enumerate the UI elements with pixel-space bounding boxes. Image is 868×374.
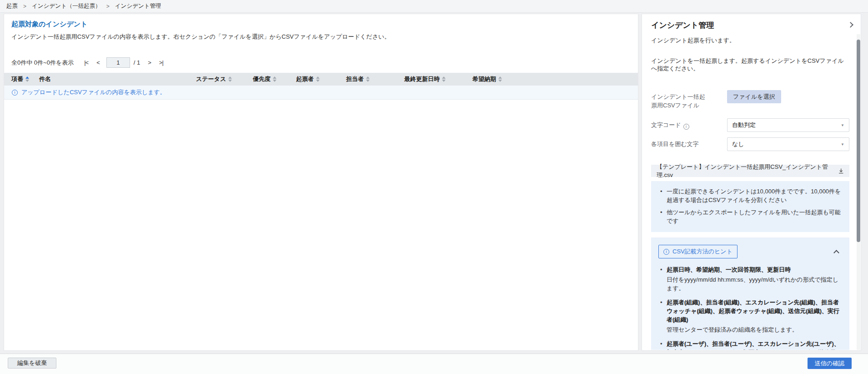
charset-select[interactable]: 自動判定 ▼ [727, 118, 849, 132]
sort-arrows-icon [25, 76, 29, 82]
breadcrumb-item-current: インシデント管理 [115, 2, 161, 10]
csv-hint-toggle[interactable]: CSV記載方法のヒント [658, 245, 738, 258]
csv-file-field: インシデント一括起票用CSVファイル ファイルを選択 [651, 90, 849, 110]
chevron-down-icon: ▼ [841, 142, 844, 147]
csv-hint-header: CSV記載方法のヒント [658, 245, 842, 258]
column-header-updated[interactable]: 最終更新日時 [404, 75, 472, 83]
panel-subtitle: インシデント起票を行います。 [651, 36, 849, 45]
column-header-reporter[interactable]: 起票者 [296, 75, 346, 83]
file-select-button[interactable]: ファイルを選択 [727, 90, 781, 103]
info-circle-icon [12, 90, 18, 96]
chevron-down-icon: ▼ [841, 123, 844, 127]
breadcrumb-separator: > [106, 3, 110, 10]
hint-item: 起票日時、希望納期、一次回答期限、更新日時 日付をyyyy/mm/dd hh:m… [658, 265, 842, 293]
column-label: 最終更新日時 [404, 75, 440, 83]
pagination-summary: 全0件中 0件~0件を表示 [11, 59, 74, 67]
chevron-up-icon[interactable] [833, 250, 839, 256]
sort-arrows-icon [273, 76, 276, 82]
csv-hint-section: CSV記載方法のヒント 起票日時、希望納期、一次回答期限、更新日時 日付をyyy… [651, 238, 849, 350]
info-circle-icon [663, 249, 669, 255]
quote-char-selected-value: なし [732, 140, 744, 148]
panel-scrollbar-thumb[interactable] [857, 40, 860, 242]
csv-file-label: インシデント一括起票用CSVファイル [651, 90, 727, 110]
sort-arrows-icon [442, 76, 446, 82]
quote-char-label: 各項目を囲む文字 [651, 137, 727, 148]
page-number-input[interactable] [106, 57, 130, 68]
column-label: 担当者 [346, 75, 364, 83]
sort-arrows-icon [316, 76, 320, 82]
hint-item: 起票者(組織)、担当者(組織)、エスカレーション先(組織)、担当者ウォッチャ(組… [658, 298, 842, 334]
total-pages-label: / 1 [134, 59, 140, 66]
charset-selected-value: 自動判定 [732, 121, 756, 129]
panel-header: インシデント管理 [642, 14, 861, 30]
template-file-name: 【テンプレート】インシデント一括起票用CSV_インシデント管理.csv [657, 163, 838, 179]
confirm-send-button[interactable]: 送信の確認 [808, 358, 852, 369]
column-label: ステータス [196, 75, 226, 83]
empty-message-text: アップロードしたCSVファイルの内容を表示します。 [21, 88, 166, 96]
incident-list-section: 起票対象のインシデント インシデント一括起票用CSVファイルの内容を表示します。… [4, 14, 638, 351]
download-icon[interactable] [838, 168, 844, 174]
column-header-index[interactable]: 項番 [4, 75, 39, 83]
note-item: 他ツールからエクスポートしたファイルを用いた一括起票も可能です [658, 208, 842, 225]
charset-field: 文字コード 自動判定 ▼ [651, 118, 849, 132]
quote-char-select[interactable]: なし ▼ [727, 137, 849, 151]
last-page-button[interactable]: >| [155, 59, 167, 66]
section-description: インシデント一括起票用CSVファイルの内容を表示します。右セクションの「ファイル… [4, 33, 638, 41]
breadcrumb-item-bulk-incident[interactable]: インシデント（一括起票） [32, 2, 101, 10]
panel-scrollbar[interactable] [857, 34, 860, 350]
footer-bar: 編集を破棄 送信の確認 [0, 354, 868, 374]
column-header-priority[interactable]: 優先度 [253, 75, 296, 83]
panel-title: インシデント管理 [651, 20, 852, 30]
panel-description: インシデントを一括起票します。起票するインシデントをCSVファイルへ指定ください… [651, 57, 849, 72]
csv-hint-list: 起票日時、希望納期、一次回答期限、更新日時 日付をyyyy/mm/dd hh:m… [658, 265, 842, 350]
column-header-assignee[interactable]: 担当者 [346, 75, 404, 83]
csv-hint-title: CSV記載方法のヒント [672, 248, 733, 256]
charset-label: 文字コード [651, 118, 727, 130]
panel-scroll-area: インシデント起票を行います。 インシデントを一括起票します。起票するインシデント… [642, 34, 856, 350]
note-item: 一度に起票できるインシデントは10,000件までです。10,000件を超過する場… [658, 187, 842, 204]
sort-arrows-icon [366, 76, 370, 82]
quote-char-field: 各項目を囲む文字 なし ▼ [651, 137, 849, 151]
breadcrumb: 起票 > インシデント（一括起票） > インシデント管理 [0, 0, 868, 13]
info-circle-icon[interactable] [683, 124, 689, 130]
column-label: 項番 [11, 75, 23, 83]
breadcrumb-separator: > [23, 3, 26, 10]
pagination: 全0件中 0件~0件を表示 |< < / 1 > >| [11, 57, 631, 68]
column-header-subject[interactable]: 件名 [39, 75, 196, 83]
sort-arrows-icon [228, 76, 232, 82]
discard-edits-button[interactable]: 編集を破棄 [8, 358, 56, 369]
column-label: 優先度 [253, 75, 271, 83]
column-label: 件名 [39, 75, 51, 83]
prev-page-button[interactable]: < [92, 59, 104, 66]
hint-item: 起票者(ユーザ)、担当者(ユーザ)、エスカレーション先(ユーザ)、担当者ウォッチ… [658, 339, 842, 350]
column-label: 起票者 [296, 75, 314, 83]
first-page-button[interactable]: |< [80, 59, 92, 66]
next-page-button[interactable]: > [144, 59, 155, 66]
table-header-row: 項番 件名 ステータス 優先度 起票者 担当者 最終更新日時 希望納期 [4, 73, 638, 86]
template-file-row[interactable]: 【テンプレート】インシデント一括起票用CSV_インシデント管理.csv [651, 165, 849, 177]
breadcrumb-item-kihyo[interactable]: 起票 [6, 2, 18, 10]
column-label: 希望納期 [472, 75, 496, 83]
incident-management-panel: インシデント管理 インシデント起票を行います。 インシデントを一括起票します。起… [642, 14, 861, 351]
page-title: 起票対象のインシデント [4, 14, 638, 29]
column-header-due-date[interactable]: 希望納期 [472, 75, 638, 83]
upload-notes-box: 一度に起票できるインシデントは10,000件までです。10,000件を超過する場… [651, 181, 849, 232]
column-header-status[interactable]: ステータス [196, 75, 253, 83]
sort-arrows-icon [498, 76, 502, 82]
table-empty-message: アップロードしたCSVファイルの内容を表示します。 [4, 86, 638, 100]
